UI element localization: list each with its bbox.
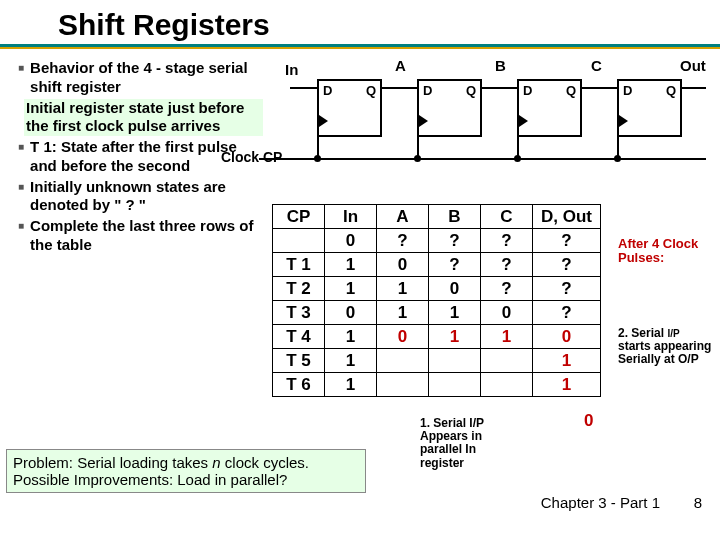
- note-text: After 4 Clock Pulses:: [618, 236, 698, 265]
- th-a: A: [377, 205, 429, 229]
- bullet-icon: ■: [18, 59, 24, 97]
- pin-q: Q: [466, 83, 476, 98]
- table-row: T 30110?: [273, 301, 601, 325]
- cell: ?: [533, 277, 601, 301]
- bullet-text: Complete the last three rows of the tabl…: [30, 217, 263, 255]
- cell: 0: [377, 253, 429, 277]
- table-header-row: CP In A B C D, Out: [273, 205, 601, 229]
- clock-triangle-icon: [519, 115, 528, 127]
- cell: 0: [481, 301, 533, 325]
- label-b: B: [495, 57, 506, 74]
- table-row: T 511: [273, 349, 601, 373]
- pin-d: D: [323, 83, 332, 98]
- th-cp: CP: [273, 205, 325, 229]
- wire: [417, 122, 419, 159]
- cell: ?: [481, 277, 533, 301]
- flipflop: DQ: [317, 79, 382, 137]
- cell: [429, 349, 481, 373]
- cell: T 4: [273, 325, 325, 349]
- cell: 0: [325, 229, 377, 253]
- footer-chapter: Chapter 3 - Part 1: [541, 494, 660, 511]
- cell: 1: [325, 277, 377, 301]
- note-after4: After 4 Clock Pulses:: [618, 237, 708, 266]
- cell: 1: [429, 325, 481, 349]
- th-d: D, Out: [533, 205, 601, 229]
- cell: T 3: [273, 301, 325, 325]
- cell: [377, 349, 429, 373]
- th-c: C: [481, 205, 533, 229]
- wire: [382, 87, 417, 89]
- pin-q: Q: [566, 83, 576, 98]
- cell: 1: [325, 349, 377, 373]
- cell: 1: [481, 325, 533, 349]
- cell: [429, 373, 481, 397]
- clock-triangle-icon: [419, 115, 428, 127]
- note-serial2: 2. Serial I/P starts appearing Serially …: [618, 327, 713, 367]
- pin-q: Q: [366, 83, 376, 98]
- problem-text: clock cycles.: [221, 454, 309, 471]
- label-c: C: [591, 57, 602, 74]
- cell: ?: [533, 229, 601, 253]
- problem-text: Problem: Serial loading takes: [13, 454, 212, 471]
- cell: 0: [533, 325, 601, 349]
- shift-register-diagram: In A B C Out DQ DQ DQ DQ Clock CP: [295, 61, 705, 171]
- table-row: T 110???: [273, 253, 601, 277]
- bullet-icon: ■: [18, 138, 24, 176]
- cell: 1: [377, 277, 429, 301]
- flipflop: DQ: [517, 79, 582, 137]
- bullet-icon: ■: [18, 217, 24, 255]
- table-row: T 611: [273, 373, 601, 397]
- cell: ?: [533, 301, 601, 325]
- clock-triangle-icon: [619, 115, 628, 127]
- wire: [517, 122, 519, 159]
- cell: 1: [429, 301, 481, 325]
- cell: 1: [377, 301, 429, 325]
- wire: [482, 87, 517, 89]
- junction-dot-icon: [614, 155, 621, 162]
- wire: [317, 122, 319, 159]
- cell: ?: [481, 229, 533, 253]
- pin-d: D: [523, 83, 532, 98]
- junction-dot-icon: [314, 155, 321, 162]
- bullet-text: Behavior of the 4 - stage serial shift r…: [30, 59, 263, 97]
- label-out: Out: [680, 57, 706, 74]
- cell: [273, 229, 325, 253]
- clock-triangle-icon: [319, 115, 328, 127]
- bullet-text: Initial register state just before the f…: [24, 99, 263, 137]
- wire-clock: [259, 158, 706, 160]
- note-text: I/P: [667, 328, 679, 339]
- cell: T 6: [273, 373, 325, 397]
- th-b: B: [429, 205, 481, 229]
- th-in: In: [325, 205, 377, 229]
- table-row: T 410110: [273, 325, 601, 349]
- note-text: starts appearing Serially at O/P: [618, 339, 711, 366]
- cell: 1: [533, 373, 601, 397]
- wire: [290, 87, 318, 89]
- pin-d: D: [423, 83, 432, 98]
- wire: [617, 122, 619, 159]
- cell: ?: [533, 253, 601, 277]
- label-in: In: [285, 61, 298, 78]
- note-serial1: 1. Serial I/P Appears in parallel In reg…: [420, 417, 510, 470]
- page-title: Shift Registers: [58, 8, 720, 42]
- wire: [682, 87, 706, 89]
- cell: T 5: [273, 349, 325, 373]
- cell: T 2: [273, 277, 325, 301]
- cell: 1: [325, 373, 377, 397]
- cell: 1: [533, 349, 601, 373]
- problem-text: Possible Improvements: Load in parallel?: [13, 471, 287, 488]
- extra-d-value: 0: [584, 411, 593, 431]
- cell: ?: [377, 229, 429, 253]
- cell: 1: [325, 253, 377, 277]
- cell: ?: [481, 253, 533, 277]
- junction-dot-icon: [514, 155, 521, 162]
- bullet-icon: ■: [18, 178, 24, 216]
- cell: [481, 349, 533, 373]
- table-row: T 2110??: [273, 277, 601, 301]
- cell: 0: [429, 277, 481, 301]
- label-a: A: [395, 57, 406, 74]
- footer-page: 8: [694, 494, 702, 511]
- wire: [582, 87, 617, 89]
- label-clock: Clock CP: [221, 149, 282, 165]
- note-text: 2. Serial: [618, 326, 664, 340]
